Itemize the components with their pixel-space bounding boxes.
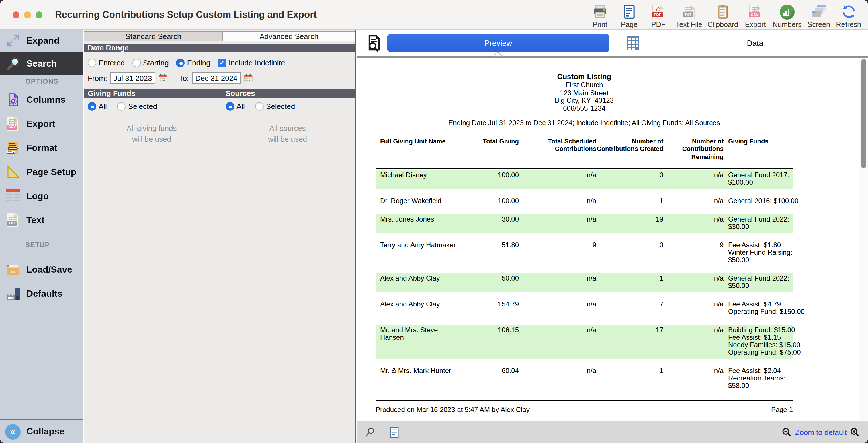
tab-preview[interactable]: Preview [387,34,610,52]
data-table-icon [624,34,642,52]
funds-sources-radio-row: All Selected All Selected [84,102,355,111]
folder-icon [5,262,21,277]
minimize-window-button[interactable] [24,11,31,18]
window-controls [12,11,42,18]
print-button[interactable]: Print [588,4,612,28]
search-magnifier-icon [5,56,21,71]
sources-selected-radio[interactable] [255,102,264,111]
sidebar-item-text[interactable]: TXT Text [0,208,83,232]
sidebar-item-load-save[interactable]: Load/Save [0,258,83,282]
txt-file-icon: TXT [683,4,695,20]
sidebar-item-expand[interactable]: Expand [0,30,83,52]
main-toolbar: Print Page PDF PDF TXT Text File [588,1,861,28]
giving-funds-header: Giving Funds [84,89,220,97]
search-panel: Standard Search Advanced Search Date Ran… [84,30,356,443]
sidebar-options-header: OPTIONS [0,75,83,88]
report-title: Custom Listing [375,72,793,80]
sidebar-item-defaults[interactable]: Defaults [0,282,83,306]
report-criteria: Ending Date Jul 31 2023 to Dec 31 2024; … [375,119,793,127]
clipboard-button[interactable]: Clipboard [708,4,738,28]
numbers-chart-icon [780,4,795,20]
date-range-fields-row: From: Jul 31 2023 To: Dec 31 2024 [88,72,355,84]
include-indefinite-checkbox[interactable]: ✓ [218,59,226,67]
clipboard-icon [715,4,731,20]
printer-icon [592,4,608,20]
selected-tab-pointer [493,51,503,57]
report-row: Terry and Amy Hatmaker51.80909Fee Assist… [375,240,793,266]
document-magnifier-icon [365,34,383,52]
page-button[interactable]: Page [617,4,641,28]
window-title: Recurring Contributions Setup Custom Lis… [55,9,317,20]
zoom-to-default-link[interactable]: Zoom to default [795,428,847,436]
sidebar-item-collapse[interactable]: « Collapse [0,419,83,443]
report-address: 123 Main Street [375,89,793,97]
title-bar: Recurring Contributions Setup Custom Lis… [0,0,868,30]
report-row: Dr. Roger Wakefield100.00n/a1n/aGeneral … [375,196,793,207]
letterhead-logo-icon [5,188,21,204]
report-page: Custom Listing First Church 123 Main Str… [375,72,793,414]
search-in-preview-icon[interactable] [365,427,375,437]
report-preview-area: Custom Listing First Church 123 Main Str… [356,58,868,421]
ending-radio[interactable] [176,59,185,67]
sidebar-item-page-setup[interactable]: Page Setup [0,160,83,184]
tab-standard-search[interactable]: Standard Search [84,31,222,41]
csv-file-icon: CSV [749,4,762,20]
from-label: From: [88,74,107,82]
pdf-button[interactable]: PDF PDF [646,4,671,28]
report-produced-text: Produced on Mar 16 2023 at 5:47 AM by Al… [375,406,530,414]
zoom-in-icon[interactable] [850,427,860,437]
sources-note: All sources will be used [220,123,355,145]
sidebar-item-format[interactable]: Format [0,136,83,160]
text-file-button[interactable]: TXT Text File [676,4,702,28]
giving-funds-options: All Selected [84,102,220,111]
tab-advanced-search[interactable]: Advanced Search [222,31,355,41]
report-row: Alex and Abby Clay154.79n/a7n/aFee Assis… [375,299,793,318]
scrollbar-thumb[interactable] [861,59,866,168]
sidebar-setup-header: SETUP [0,232,83,258]
report-page-number: Page 1 [771,406,793,414]
report-phone: 606/555-1234 [375,105,793,113]
sidebar-item-search[interactable]: Search [0,52,83,75]
giving-funds-selected-radio[interactable] [117,102,126,111]
page-icon [621,4,637,20]
sources-options: All Selected [220,102,355,111]
report-list-icon[interactable] [390,426,400,438]
sidebar-item-logo[interactable]: Logo [0,184,83,208]
report-table-header: Full Giving Unit Name Total Giving Total… [375,138,793,169]
sources-all-radio[interactable] [226,102,234,111]
report-row: Michael Disney100.00n/a0n/aGeneral Fund … [375,170,793,189]
refresh-button[interactable]: Refresh [836,4,861,28]
to-label: To: [179,74,189,82]
sources-header: Sources [220,89,355,97]
export-button[interactable]: CSV Export [743,4,767,28]
entered-radio[interactable] [88,59,96,67]
zoom-out-icon[interactable] [782,427,792,437]
preview-scrollbar[interactable] [859,58,868,421]
report-footer: Produced on Mar 16 2023 at 5:47 AM by Al… [375,400,793,414]
from-calendar-icon[interactable] [158,73,167,83]
sidebar-item-export[interactable]: CSV Export [0,112,83,136]
screen-windows-icon [811,4,827,20]
factory-icon [5,286,21,301]
giving-funds-all-radio[interactable] [88,102,96,111]
to-calendar-icon[interactable] [244,73,253,83]
zoom-window-button[interactable] [35,11,42,18]
close-window-button[interactable] [12,11,20,18]
app-window: Recurring Contributions Setup Custom Lis… [0,0,868,443]
numbers-button[interactable]: Numbers [773,4,802,28]
funds-sources-header: Giving Funds Sources [84,89,355,97]
report-city: Big City, KY 40123 [375,97,793,105]
from-date-input[interactable]: Jul 31 2023 [110,72,155,84]
sidebar-item-columns[interactable]: Columns [0,88,83,112]
expand-arrows-icon [5,33,21,49]
page-edge-line [809,58,810,421]
to-date-input[interactable]: Dec 31 2024 [192,72,241,84]
csv-file-icon: CSV [5,116,21,132]
report-row: Mr. & Mrs. Mark Hunter60.04n/a1n/aFee As… [375,365,793,392]
search-tabs: Standard Search Advanced Search [84,31,355,41]
starting-radio[interactable] [132,59,141,67]
format-document-pencil-icon [5,140,21,156]
screen-button[interactable]: Screen [807,4,831,28]
sidebar: Expand Search OPTIONS Columns CSV Export [0,30,83,443]
tab-data[interactable]: Data [642,39,868,47]
